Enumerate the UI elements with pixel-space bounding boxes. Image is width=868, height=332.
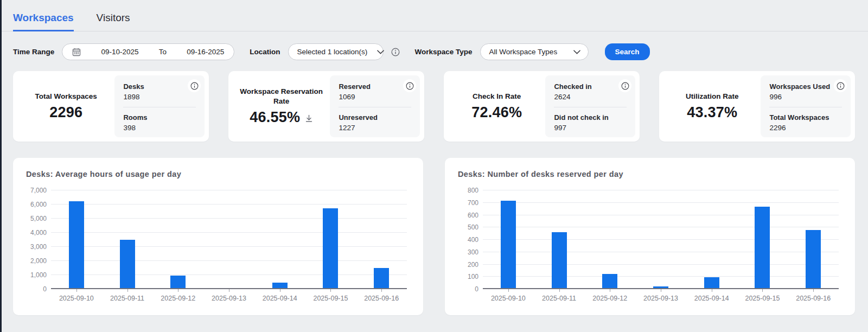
y-axis-labels: 01,0002,0003,0004,0005,0006,0007,000 bbox=[28, 190, 47, 289]
bar-slot bbox=[534, 190, 585, 289]
calendar-icon[interactable] bbox=[72, 48, 81, 56]
bar-2025-09-11 bbox=[552, 232, 567, 289]
detail-label: Desks bbox=[123, 82, 196, 91]
y-tick-label: 700 bbox=[461, 199, 478, 207]
stat-card-details-panel: Reserved 1069 Unreserved 1227 bbox=[330, 75, 420, 137]
info-icon[interactable] bbox=[618, 79, 631, 92]
x-tick-label: 2025-09-16 bbox=[796, 295, 831, 302]
bars bbox=[51, 190, 407, 289]
bar-2025-09-16 bbox=[806, 230, 821, 289]
bar-slot bbox=[635, 190, 686, 289]
y-tick-label: 400 bbox=[461, 236, 478, 244]
detail-value: 996 bbox=[769, 93, 842, 101]
bar-2025-09-15 bbox=[755, 207, 770, 289]
tab-bar: Workspaces Visitors bbox=[0, 0, 868, 31]
x-tick: 2025-09-16 bbox=[356, 289, 407, 310]
detail-label: Checked in bbox=[554, 82, 627, 91]
stat-card-title: Total Workspaces bbox=[35, 92, 97, 101]
detail-value: 2624 bbox=[554, 93, 627, 101]
detail-label: Did not check in bbox=[554, 113, 627, 122]
stat-card-value: 46.55% bbox=[250, 109, 300, 126]
stat-card-title: Check In Rate bbox=[473, 92, 521, 101]
bar-2025-09-14 bbox=[704, 277, 719, 289]
y-tick-label: 1,000 bbox=[29, 271, 47, 279]
time-range-label: Time Range bbox=[13, 48, 54, 56]
detail-label: Total Workspaces bbox=[769, 113, 842, 122]
download-icon[interactable] bbox=[305, 114, 313, 123]
workspace-type-select[interactable]: All Workspace Types bbox=[480, 43, 589, 60]
bar-2025-09-12 bbox=[602, 274, 617, 289]
x-tick: 2025-09-12 bbox=[152, 289, 203, 310]
tab-workspaces[interactable]: Workspaces bbox=[13, 12, 74, 31]
plot-area bbox=[51, 190, 407, 289]
x-tick-label: 2025-09-15 bbox=[313, 295, 348, 302]
stat-card-details-panel: Workspaces Used 996 Total Workspaces 229… bbox=[761, 75, 851, 137]
bar-slot bbox=[483, 190, 534, 289]
stat-card-reservation-rate: Workspace Reservation Rate 46.55% Reserv… bbox=[228, 71, 424, 142]
chart-title: Desks: Number of desks reserved per day bbox=[458, 170, 842, 178]
stat-card-value: 43.37% bbox=[687, 104, 737, 121]
stat-card-details-panel: Checked in 2624 Did not check in 997 bbox=[545, 75, 635, 137]
x-axis-labels: 2025-09-102025-09-112025-09-122025-09-13… bbox=[483, 289, 839, 310]
y-tick-label: 600 bbox=[461, 212, 478, 219]
bar-chart-desk-usage: 01,0002,0003,0004,0005,0006,0007,000 202… bbox=[26, 186, 410, 310]
date-to-word: To bbox=[159, 48, 167, 56]
detail-label: Unreserved bbox=[339, 113, 411, 122]
stat-card-value: 72.46% bbox=[471, 104, 522, 121]
tab-visitors[interactable]: Visitors bbox=[97, 12, 130, 31]
x-tick: 2025-09-13 bbox=[635, 289, 686, 310]
stat-card-check-in-rate: Check In Rate 72.46% Checked in 2624 Did… bbox=[444, 71, 640, 142]
x-tick: 2025-09-14 bbox=[686, 289, 737, 310]
bar-slot bbox=[305, 190, 356, 289]
bar-slot bbox=[254, 190, 305, 289]
info-icon[interactable] bbox=[188, 79, 201, 92]
divider bbox=[554, 107, 627, 107]
chart-card-desks-reserved: Desks: Number of desks reserved per day … bbox=[445, 158, 855, 315]
detail-value: 1227 bbox=[339, 124, 411, 132]
date-range-input[interactable]: 09-10-2025 To 09-16-2025 bbox=[62, 43, 234, 60]
info-icon[interactable] bbox=[834, 79, 847, 92]
search-button[interactable]: Search bbox=[605, 43, 650, 60]
y-axis-labels: 0100200300400500600700800 bbox=[460, 190, 478, 289]
stat-card-title: Workspace Reservation Rate bbox=[238, 87, 324, 106]
stat-cards-row: Total Workspaces 2296 Desks 1898 Rooms 3… bbox=[13, 71, 855, 142]
detail-value: 997 bbox=[554, 124, 627, 132]
x-tick-label: 2025-09-13 bbox=[643, 295, 678, 302]
location-info-icon[interactable] bbox=[391, 48, 400, 56]
x-tick-label: 2025-09-14 bbox=[263, 295, 297, 302]
stat-card-title: Utilization Rate bbox=[686, 92, 739, 101]
charts-row: Desks: Average hours of usage per day 01… bbox=[13, 158, 855, 315]
x-tick-label: 2025-09-13 bbox=[212, 295, 246, 302]
bar-slot bbox=[102, 190, 153, 289]
plot-area bbox=[483, 190, 839, 289]
x-tick: 2025-09-11 bbox=[102, 289, 153, 310]
x-tick-label: 2025-09-12 bbox=[161, 295, 195, 302]
bar-slot bbox=[203, 190, 254, 289]
info-icon[interactable] bbox=[403, 79, 416, 92]
bar-slot bbox=[152, 190, 203, 289]
bar-2025-09-11 bbox=[120, 240, 135, 289]
bar-slot bbox=[788, 190, 839, 289]
detail-value: 398 bbox=[123, 124, 196, 132]
x-tick-label: 2025-09-10 bbox=[491, 295, 526, 302]
bars bbox=[483, 190, 839, 289]
stat-card-value: 2296 bbox=[49, 104, 82, 121]
divider bbox=[769, 107, 842, 107]
y-tick-label: 3,000 bbox=[29, 243, 47, 251]
x-tick: 2025-09-12 bbox=[584, 289, 635, 310]
chart-title: Desks: Average hours of usage per day bbox=[26, 170, 410, 178]
bar-chart-desks-reserved: 0100200300400500600700800 2025-09-102025… bbox=[458, 186, 842, 310]
chevron-down-icon bbox=[573, 50, 580, 54]
x-tick: 2025-09-15 bbox=[305, 289, 356, 310]
y-tick-label: 7,000 bbox=[29, 187, 47, 194]
bar-slot bbox=[356, 190, 407, 289]
x-axis-baseline bbox=[483, 288, 839, 289]
location-select[interactable]: Selected 1 location(s) bbox=[288, 43, 384, 60]
stat-card-total-workspaces: Total Workspaces 2296 Desks 1898 Rooms 3… bbox=[13, 71, 209, 142]
x-tick: 2025-09-10 bbox=[51, 289, 102, 310]
x-tick-label: 2025-09-16 bbox=[364, 295, 399, 302]
date-from-value: 09-10-2025 bbox=[101, 48, 138, 56]
y-tick-label: 100 bbox=[461, 273, 478, 280]
stat-card-details-panel: Desks 1898 Rooms 398 bbox=[114, 75, 205, 137]
date-to-value: 09-16-2025 bbox=[187, 48, 224, 56]
